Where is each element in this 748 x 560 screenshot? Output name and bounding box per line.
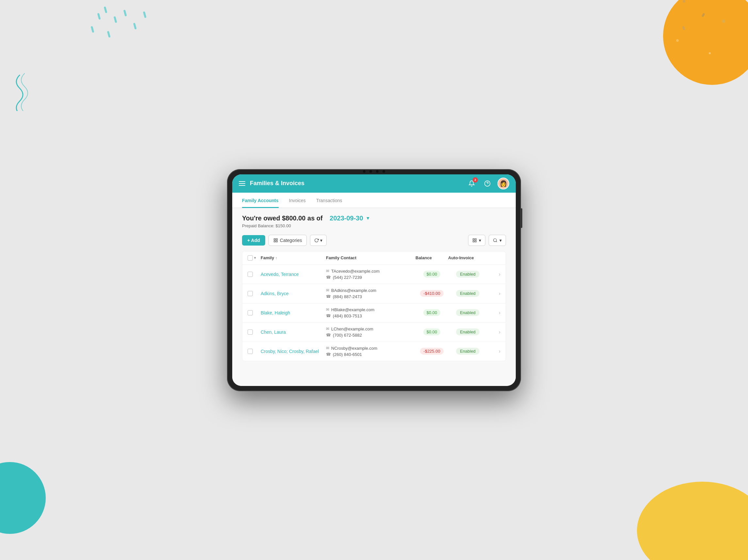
row-1-balance-cell: -$410.00	[416, 290, 448, 297]
row-0-balance-cell: $0.00	[416, 271, 448, 277]
row-4-chevron[interactable]: ›	[487, 348, 500, 354]
row-2-family-name[interactable]: Blake, Haleigh	[261, 310, 326, 315]
phone-icon-0: ☎	[326, 275, 331, 279]
row-4-family-name[interactable]: Crosby, Nico; Crosby, Rafael	[261, 349, 326, 354]
phone-icon-1: ☎	[326, 294, 331, 299]
svg-rect-7	[475, 238, 476, 240]
svg-rect-8	[473, 241, 474, 242]
row-3-chevron[interactable]: ›	[487, 329, 500, 335]
row-3-auto-invoice-cell: Enabled	[448, 328, 487, 335]
table-header: ▾ Family ↑ Family Contact Balance Auto-	[242, 251, 506, 265]
row-0-family-name[interactable]: Acevedo, Terrance	[261, 272, 326, 277]
owed-date[interactable]: 2023-09-30	[330, 215, 363, 222]
row-1-phone: ☎ (884) 887-2473	[326, 294, 416, 299]
tablet-side-button	[521, 208, 522, 228]
row-2-checkbox[interactable]	[248, 310, 253, 315]
row-0-auto-invoice-cell: Enabled	[448, 271, 487, 277]
tab-transactions[interactable]: Transactions	[316, 193, 342, 208]
row-3-phone: ☎ (700) 672-5882	[326, 333, 416, 338]
row-1-family-name[interactable]: Adkins, Bryce	[261, 291, 326, 296]
yellow-blob-decoration	[637, 482, 748, 560]
notification-badge: 2	[473, 177, 478, 182]
tablet-screen: Families & Invoices 2	[232, 174, 516, 386]
hamburger-line-1	[239, 181, 245, 182]
svg-rect-5	[276, 241, 277, 242]
search-icon	[493, 238, 497, 243]
row-1-checkbox[interactable]	[248, 291, 253, 296]
row-2-phone: ☎ (484) 803-7513	[326, 314, 416, 318]
svg-rect-9	[475, 241, 476, 242]
row-0-phone: ☎ (544) 227-7239	[326, 275, 416, 280]
refresh-icon	[314, 238, 319, 243]
family-sort-icon[interactable]: ↑	[275, 256, 277, 260]
row-3-family-name[interactable]: Chen, Laura	[261, 330, 326, 335]
row-4-auto-invoice-cell: Enabled	[448, 348, 487, 355]
header-family-contact: Family Contact	[326, 255, 416, 261]
svg-rect-3	[276, 238, 277, 240]
row-2-enabled-badge: Enabled	[456, 309, 480, 316]
row-0-enabled-badge: Enabled	[456, 271, 480, 277]
help-icon	[484, 180, 491, 187]
app-title: Families & Invoices	[250, 180, 304, 187]
camera-dot-4	[382, 170, 385, 173]
date-dropdown-icon[interactable]: ▼	[366, 216, 370, 221]
email-icon-2: ✉	[326, 307, 329, 312]
add-button[interactable]: + Add	[242, 235, 265, 246]
refresh-button[interactable]: ▾	[310, 235, 327, 246]
row-1-email: ✉ BAdkins@example.com	[326, 288, 416, 293]
view-toggle-button[interactable]: ▾	[468, 235, 485, 246]
svg-line-11	[496, 241, 497, 242]
row-2-balance-badge: $0.00	[423, 309, 441, 316]
svg-rect-2	[274, 238, 275, 240]
help-button[interactable]	[482, 178, 493, 189]
header-checkbox-wrapper: ▾	[248, 255, 256, 261]
row-2-chevron[interactable]: ›	[487, 310, 500, 316]
row-1-contact: ✉ BAdkins@example.com ☎ (884) 887-2473	[326, 288, 416, 299]
row-2-contact: ✉ HBlake@example.com ☎ (484) 803-7513	[326, 307, 416, 318]
row-0-checkbox[interactable]	[248, 272, 253, 277]
phone-icon-3: ☎	[326, 333, 331, 337]
view-icon	[472, 238, 477, 243]
camera-dot-1	[363, 170, 366, 173]
row-2-balance-cell: $0.00	[416, 309, 448, 316]
toolbar: + Add Categories ▾	[242, 235, 506, 246]
orange-circle-decoration	[663, 0, 748, 85]
row-4-phone: ☎ (260) 840-6501	[326, 352, 416, 357]
row-4-checkbox-cell	[248, 349, 261, 354]
user-avatar[interactable]: 👩	[497, 178, 509, 189]
hamburger-line-3	[239, 185, 245, 186]
row-0-email: ✉ TAcevedo@example.com	[326, 269, 416, 274]
row-0-chevron[interactable]: ›	[487, 271, 500, 277]
categories-button[interactable]: Categories	[268, 235, 307, 246]
table-row: Blake, Haleigh ✉ HBlake@example.com ☎ (4…	[242, 303, 506, 323]
row-4-email: ✉ NCrosby@example.com	[326, 346, 416, 351]
row-3-checkbox-cell	[248, 330, 261, 335]
svg-rect-6	[473, 238, 474, 240]
row-4-checkbox[interactable]	[248, 349, 253, 354]
svg-rect-4	[274, 241, 275, 242]
avatar-emoji: 👩	[500, 180, 507, 187]
notifications-button[interactable]: 2	[466, 178, 477, 189]
row-3-balance-cell: $0.00	[416, 328, 448, 335]
select-all-checkbox[interactable]	[248, 255, 253, 261]
row-3-checkbox[interactable]	[248, 330, 253, 335]
main-content: Family Accounts Invoices Transactions Yo…	[232, 193, 516, 386]
row-4-balance-badge: -$225.00	[420, 348, 443, 355]
categories-label: Categories	[280, 238, 302, 243]
tab-invoices[interactable]: Invoices	[289, 193, 306, 208]
owed-text: You're owed $800.00 as of	[242, 215, 323, 222]
header-checkbox-dropdown[interactable]: ▾	[254, 256, 256, 260]
row-4-balance-cell: -$225.00	[416, 348, 448, 355]
email-icon-4: ✉	[326, 346, 329, 350]
hamburger-menu-button[interactable]	[239, 181, 245, 186]
row-0-checkbox-cell	[248, 272, 261, 277]
table-row: Adkins, Bryce ✉ BAdkins@example.com ☎ (8…	[242, 284, 506, 303]
teal-circle-decoration	[0, 462, 46, 534]
search-button[interactable]: ▾	[489, 235, 506, 246]
row-1-balance-badge: -$410.00	[420, 290, 443, 297]
refresh-dropdown-icon: ▾	[320, 238, 322, 243]
row-2-checkbox-cell	[248, 310, 261, 315]
search-dropdown-icon: ▾	[499, 238, 502, 243]
tab-family-accounts[interactable]: Family Accounts	[242, 193, 279, 208]
row-1-chevron[interactable]: ›	[487, 291, 500, 296]
